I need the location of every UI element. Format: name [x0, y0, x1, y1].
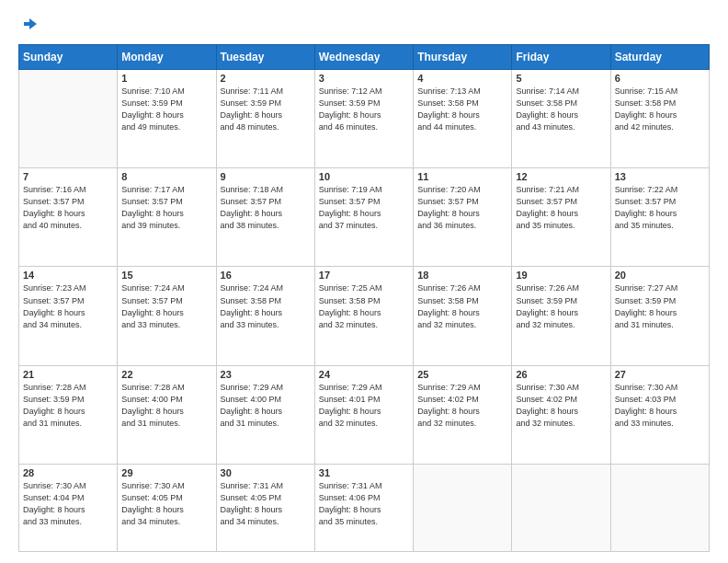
calendar-cell: 29Sunrise: 7:30 AM Sunset: 4:05 PM Dayli… [118, 464, 216, 551]
day-number: 12 [516, 171, 606, 182]
weekday-header-wednesday: Wednesday [314, 45, 413, 70]
calendar-cell: 16Sunrise: 7:24 AM Sunset: 3:58 PM Dayli… [216, 267, 314, 365]
calendar-cell: 5Sunrise: 7:14 AM Sunset: 3:58 PM Daylig… [512, 70, 610, 168]
calendar-cell: 7Sunrise: 7:16 AM Sunset: 3:57 PM Daylig… [19, 168, 118, 267]
day-number: 3 [319, 73, 409, 84]
day-info: Sunrise: 7:13 AM Sunset: 3:58 PM Dayligh… [417, 86, 507, 133]
calendar-cell [19, 70, 118, 168]
day-info: Sunrise: 7:15 AM Sunset: 3:58 PM Dayligh… [615, 86, 705, 133]
day-number: 27 [615, 369, 705, 380]
day-number: 19 [516, 270, 606, 281]
calendar-cell: 9Sunrise: 7:18 AM Sunset: 3:57 PM Daylig… [216, 168, 314, 267]
calendar-cell: 30Sunrise: 7:31 AM Sunset: 4:05 PM Dayli… [216, 464, 314, 551]
day-number: 6 [615, 73, 705, 84]
calendar-week-row: 14Sunrise: 7:23 AM Sunset: 3:57 PM Dayli… [19, 267, 710, 365]
calendar-cell: 15Sunrise: 7:24 AM Sunset: 3:57 PM Dayli… [118, 267, 216, 365]
day-info: Sunrise: 7:30 AM Sunset: 4:03 PM Dayligh… [615, 382, 705, 430]
day-number: 26 [516, 369, 606, 380]
calendar-cell: 4Sunrise: 7:13 AM Sunset: 3:58 PM Daylig… [414, 70, 512, 168]
calendar-cell: 28Sunrise: 7:30 AM Sunset: 4:04 PM Dayli… [19, 464, 118, 551]
weekday-header-monday: Monday [118, 45, 216, 70]
day-info: Sunrise: 7:28 AM Sunset: 3:59 PM Dayligh… [23, 382, 113, 430]
logo-flag-icon [20, 17, 39, 35]
calendar-cell: 21Sunrise: 7:28 AM Sunset: 3:59 PM Dayli… [19, 365, 118, 464]
day-info: Sunrise: 7:30 AM Sunset: 4:05 PM Dayligh… [121, 480, 211, 528]
day-number: 18 [417, 270, 507, 281]
day-number: 22 [121, 369, 211, 380]
calendar-cell: 6Sunrise: 7:15 AM Sunset: 3:58 PM Daylig… [610, 70, 709, 168]
day-number: 25 [417, 369, 507, 380]
calendar-cell: 23Sunrise: 7:29 AM Sunset: 4:00 PM Dayli… [216, 365, 314, 464]
day-info: Sunrise: 7:23 AM Sunset: 3:57 PM Dayligh… [23, 282, 113, 330]
calendar-cell: 19Sunrise: 7:26 AM Sunset: 3:59 PM Dayli… [512, 267, 610, 365]
day-info: Sunrise: 7:17 AM Sunset: 3:57 PM Dayligh… [121, 184, 211, 232]
day-number: 30 [221, 467, 311, 478]
page: SundayMondayTuesdayWednesdayThursdayFrid… [0, 0, 728, 563]
day-number: 20 [615, 270, 705, 281]
day-info: Sunrise: 7:31 AM Sunset: 4:06 PM Dayligh… [319, 480, 409, 528]
day-info: Sunrise: 7:28 AM Sunset: 4:00 PM Dayligh… [121, 382, 211, 430]
calendar-table: SundayMondayTuesdayWednesdayThursdayFrid… [18, 44, 710, 552]
day-number: 14 [23, 270, 113, 281]
day-number: 2 [221, 73, 311, 84]
day-number: 23 [221, 369, 311, 380]
calendar-cell: 26Sunrise: 7:30 AM Sunset: 4:02 PM Dayli… [512, 365, 610, 464]
svg-marker-0 [24, 18, 37, 29]
day-number: 7 [23, 171, 113, 182]
calendar-cell: 8Sunrise: 7:17 AM Sunset: 3:57 PM Daylig… [118, 168, 216, 267]
day-info: Sunrise: 7:24 AM Sunset: 3:58 PM Dayligh… [221, 282, 311, 330]
day-info: Sunrise: 7:14 AM Sunset: 3:58 PM Dayligh… [516, 86, 606, 133]
calendar-cell: 3Sunrise: 7:12 AM Sunset: 3:59 PM Daylig… [314, 70, 413, 168]
day-info: Sunrise: 7:24 AM Sunset: 3:57 PM Dayligh… [121, 282, 211, 330]
weekday-header-saturday: Saturday [610, 45, 709, 70]
day-info: Sunrise: 7:11 AM Sunset: 3:59 PM Dayligh… [221, 86, 311, 133]
logo [18, 17, 39, 35]
calendar-cell: 1Sunrise: 7:10 AM Sunset: 3:59 PM Daylig… [118, 70, 216, 168]
day-number: 28 [23, 467, 113, 478]
day-number: 9 [221, 171, 311, 182]
calendar-week-row: 28Sunrise: 7:30 AM Sunset: 4:04 PM Dayli… [19, 464, 710, 551]
calendar-cell: 18Sunrise: 7:26 AM Sunset: 3:58 PM Dayli… [414, 267, 512, 365]
calendar-cell: 20Sunrise: 7:27 AM Sunset: 3:59 PM Dayli… [610, 267, 709, 365]
day-info: Sunrise: 7:31 AM Sunset: 4:05 PM Dayligh… [221, 480, 311, 528]
day-info: Sunrise: 7:19 AM Sunset: 3:57 PM Dayligh… [319, 184, 409, 232]
calendar-cell [414, 464, 512, 551]
calendar-cell: 14Sunrise: 7:23 AM Sunset: 3:57 PM Dayli… [19, 267, 118, 365]
day-info: Sunrise: 7:29 AM Sunset: 4:00 PM Dayligh… [221, 382, 311, 430]
day-number: 13 [615, 171, 705, 182]
calendar-cell: 27Sunrise: 7:30 AM Sunset: 4:03 PM Dayli… [610, 365, 709, 464]
calendar-cell: 24Sunrise: 7:29 AM Sunset: 4:01 PM Dayli… [314, 365, 413, 464]
calendar-cell: 2Sunrise: 7:11 AM Sunset: 3:59 PM Daylig… [216, 70, 314, 168]
day-info: Sunrise: 7:30 AM Sunset: 4:04 PM Dayligh… [23, 480, 113, 528]
day-info: Sunrise: 7:29 AM Sunset: 4:02 PM Dayligh… [417, 382, 507, 430]
calendar-cell [512, 464, 610, 551]
weekday-header-tuesday: Tuesday [216, 45, 314, 70]
day-info: Sunrise: 7:26 AM Sunset: 3:59 PM Dayligh… [516, 282, 606, 330]
calendar-week-row: 1Sunrise: 7:10 AM Sunset: 3:59 PM Daylig… [19, 70, 710, 168]
day-info: Sunrise: 7:16 AM Sunset: 3:57 PM Dayligh… [23, 184, 113, 232]
calendar-cell [610, 464, 709, 551]
day-info: Sunrise: 7:29 AM Sunset: 4:01 PM Dayligh… [319, 382, 409, 430]
day-number: 4 [417, 73, 507, 84]
day-number: 1 [121, 73, 211, 84]
calendar-cell: 31Sunrise: 7:31 AM Sunset: 4:06 PM Dayli… [314, 464, 413, 551]
weekday-header-thursday: Thursday [414, 45, 512, 70]
calendar-cell: 17Sunrise: 7:25 AM Sunset: 3:58 PM Dayli… [314, 267, 413, 365]
day-info: Sunrise: 7:22 AM Sunset: 3:57 PM Dayligh… [615, 184, 705, 232]
day-number: 17 [319, 270, 409, 281]
day-info: Sunrise: 7:21 AM Sunset: 3:57 PM Dayligh… [516, 184, 606, 232]
day-info: Sunrise: 7:18 AM Sunset: 3:57 PM Dayligh… [221, 184, 311, 232]
day-info: Sunrise: 7:26 AM Sunset: 3:58 PM Dayligh… [417, 282, 507, 330]
day-number: 21 [23, 369, 113, 380]
day-info: Sunrise: 7:20 AM Sunset: 3:57 PM Dayligh… [417, 184, 507, 232]
day-info: Sunrise: 7:12 AM Sunset: 3:59 PM Dayligh… [319, 86, 409, 133]
day-number: 11 [417, 171, 507, 182]
weekday-header-row: SundayMondayTuesdayWednesdayThursdayFrid… [19, 45, 710, 70]
day-number: 16 [221, 270, 311, 281]
day-number: 31 [319, 467, 409, 478]
day-number: 29 [121, 467, 211, 478]
day-info: Sunrise: 7:10 AM Sunset: 3:59 PM Dayligh… [121, 86, 211, 133]
calendar-cell: 22Sunrise: 7:28 AM Sunset: 4:00 PM Dayli… [118, 365, 216, 464]
calendar-cell: 10Sunrise: 7:19 AM Sunset: 3:57 PM Dayli… [314, 168, 413, 267]
day-info: Sunrise: 7:27 AM Sunset: 3:59 PM Dayligh… [615, 282, 705, 330]
